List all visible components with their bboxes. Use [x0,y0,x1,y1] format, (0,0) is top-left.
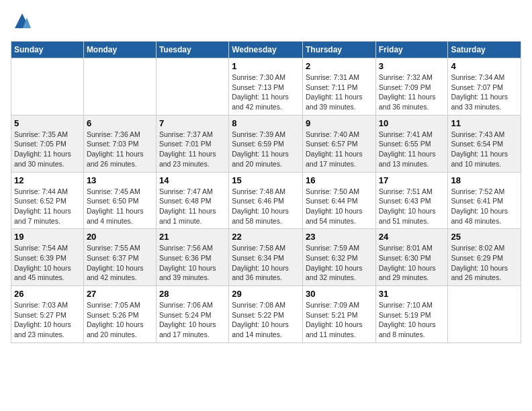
day-number: 31 [379,289,445,299]
day-info: Sunrise: 7:36 AMSunset: 7:03 PMDaylight:… [87,130,153,169]
day-info: Sunrise: 7:43 AMSunset: 6:54 PMDaylight:… [451,130,518,169]
calendar-cell: 13Sunrise: 7:45 AMSunset: 6:50 PMDayligh… [83,172,156,229]
day-info: Sunrise: 7:40 AMSunset: 6:57 PMDaylight:… [306,130,373,169]
calendar-cell [83,58,156,116]
calendar-cell: 27Sunrise: 7:05 AMSunset: 5:26 PMDayligh… [83,286,156,343]
day-number: 8 [232,118,300,128]
calendar-cell: 20Sunrise: 7:55 AMSunset: 6:37 PMDayligh… [83,229,156,286]
day-info: Sunrise: 7:44 AMSunset: 6:52 PMDaylight:… [14,187,81,226]
day-info: Sunrise: 7:32 AMSunset: 7:09 PMDaylight:… [379,73,445,112]
day-number: 3 [379,61,445,71]
calendar-cell: 23Sunrise: 7:59 AMSunset: 6:32 PMDayligh… [302,229,375,286]
day-number: 23 [306,232,373,242]
calendar-cell [156,58,228,116]
weekday-header: Sunday [11,42,84,58]
calendar-header-row: SundayMondayTuesdayWednesdayThursdayFrid… [11,42,521,58]
calendar-cell: 19Sunrise: 7:54 AMSunset: 6:39 PMDayligh… [11,229,84,286]
calendar-cell: 4Sunrise: 7:34 AMSunset: 7:07 PMDaylight… [448,58,521,116]
day-info: Sunrise: 8:01 AMSunset: 6:30 PMDaylight:… [379,243,445,283]
calendar-week-row: 19Sunrise: 7:54 AMSunset: 6:39 PMDayligh… [11,229,521,286]
logo-icon [12,11,32,31]
calendar-cell: 5Sunrise: 7:35 AMSunset: 7:05 PMDaylight… [11,115,84,172]
calendar-cell: 12Sunrise: 7:44 AMSunset: 6:52 PMDayligh… [11,172,84,229]
calendar-cell [11,58,84,116]
day-info: Sunrise: 7:03 AMSunset: 5:27 PMDaylight:… [14,300,81,340]
day-info: Sunrise: 7:10 AMSunset: 5:19 PMDaylight:… [379,300,445,340]
day-number: 6 [87,118,153,128]
day-info: Sunrise: 7:48 AMSunset: 6:46 PMDaylight:… [232,187,300,226]
calendar-cell: 2Sunrise: 7:31 AMSunset: 7:11 PMDaylight… [302,58,375,116]
day-info: Sunrise: 7:35 AMSunset: 7:05 PMDaylight:… [14,130,81,169]
calendar-cell: 31Sunrise: 7:10 AMSunset: 5:19 PMDayligh… [375,286,448,343]
day-info: Sunrise: 7:37 AMSunset: 7:01 PMDaylight:… [159,130,226,169]
calendar-cell: 29Sunrise: 7:08 AMSunset: 5:22 PMDayligh… [229,286,303,343]
day-number: 17 [379,175,445,185]
day-number: 19 [14,232,81,242]
weekday-header: Friday [375,42,448,58]
day-info: Sunrise: 7:05 AMSunset: 5:26 PMDaylight:… [87,300,153,340]
calendar-cell: 25Sunrise: 8:02 AMSunset: 6:29 PMDayligh… [448,229,521,286]
day-number: 1 [232,61,300,71]
page-header [11,11,521,34]
weekday-header: Monday [83,42,156,58]
calendar-cell: 3Sunrise: 7:32 AMSunset: 7:09 PMDaylight… [375,58,448,116]
calendar-cell: 24Sunrise: 8:01 AMSunset: 6:30 PMDayligh… [375,229,448,286]
day-info: Sunrise: 7:06 AMSunset: 5:24 PMDaylight:… [159,300,226,340]
day-info: Sunrise: 7:41 AMSunset: 6:55 PMDaylight:… [379,130,445,169]
calendar-cell: 1Sunrise: 7:30 AMSunset: 7:13 PMDaylight… [229,58,303,116]
calendar-cell: 21Sunrise: 7:56 AMSunset: 6:36 PMDayligh… [156,229,228,286]
day-info: Sunrise: 7:50 AMSunset: 6:44 PMDaylight:… [306,187,373,226]
day-number: 20 [87,232,153,242]
day-info: Sunrise: 7:47 AMSunset: 6:48 PMDaylight:… [159,187,226,226]
calendar-cell: 8Sunrise: 7:39 AMSunset: 6:59 PMDaylight… [229,115,303,172]
day-number: 22 [232,232,300,242]
calendar-cell: 26Sunrise: 7:03 AMSunset: 5:27 PMDayligh… [11,286,84,343]
day-info: Sunrise: 7:39 AMSunset: 6:59 PMDaylight:… [232,130,300,169]
day-info: Sunrise: 7:45 AMSunset: 6:50 PMDaylight:… [87,187,153,226]
day-number: 28 [159,289,226,299]
day-info: Sunrise: 7:55 AMSunset: 6:37 PMDaylight:… [87,243,153,283]
day-number: 26 [14,289,81,299]
calendar-cell: 16Sunrise: 7:50 AMSunset: 6:44 PMDayligh… [302,172,375,229]
day-number: 10 [379,118,445,128]
calendar-cell: 11Sunrise: 7:43 AMSunset: 6:54 PMDayligh… [448,115,521,172]
day-info: Sunrise: 7:34 AMSunset: 7:07 PMDaylight:… [451,73,518,112]
day-number: 21 [159,232,226,242]
day-number: 9 [306,118,373,128]
day-info: Sunrise: 7:08 AMSunset: 5:22 PMDaylight:… [232,300,300,340]
weekday-header: Tuesday [156,42,228,58]
calendar-cell: 28Sunrise: 7:06 AMSunset: 5:24 PMDayligh… [156,286,228,343]
day-number: 12 [14,175,81,185]
calendar-cell: 6Sunrise: 7:36 AMSunset: 7:03 PMDaylight… [83,115,156,172]
day-number: 18 [451,175,518,185]
day-number: 4 [451,61,518,71]
day-info: Sunrise: 7:09 AMSunset: 5:21 PMDaylight:… [306,300,373,340]
logo [11,11,32,34]
day-info: Sunrise: 7:52 AMSunset: 6:41 PMDaylight:… [451,187,518,226]
day-number: 7 [159,118,226,128]
day-number: 24 [379,232,445,242]
day-info: Sunrise: 7:51 AMSunset: 6:43 PMDaylight:… [379,187,445,226]
day-number: 27 [87,289,153,299]
day-number: 11 [451,118,518,128]
day-number: 15 [232,175,300,185]
weekday-header: Wednesday [229,42,303,58]
day-number: 16 [306,175,373,185]
calendar-cell: 14Sunrise: 7:47 AMSunset: 6:48 PMDayligh… [156,172,228,229]
day-info: Sunrise: 7:30 AMSunset: 7:13 PMDaylight:… [232,73,300,112]
day-info: Sunrise: 7:59 AMSunset: 6:32 PMDaylight:… [306,243,373,283]
day-number: 2 [306,61,373,71]
calendar-cell [448,286,521,343]
calendar-week-row: 1Sunrise: 7:30 AMSunset: 7:13 PMDaylight… [11,58,521,116]
day-number: 30 [306,289,373,299]
calendar-cell: 22Sunrise: 7:58 AMSunset: 6:34 PMDayligh… [229,229,303,286]
day-info: Sunrise: 7:56 AMSunset: 6:36 PMDaylight:… [159,243,226,283]
day-info: Sunrise: 7:31 AMSunset: 7:11 PMDaylight:… [306,73,373,112]
calendar-cell: 10Sunrise: 7:41 AMSunset: 6:55 PMDayligh… [375,115,448,172]
calendar-week-row: 12Sunrise: 7:44 AMSunset: 6:52 PMDayligh… [11,172,521,229]
calendar-cell: 30Sunrise: 7:09 AMSunset: 5:21 PMDayligh… [302,286,375,343]
day-info: Sunrise: 8:02 AMSunset: 6:29 PMDaylight:… [451,243,518,283]
calendar-cell: 17Sunrise: 7:51 AMSunset: 6:43 PMDayligh… [375,172,448,229]
logo-text [11,11,32,34]
calendar-cell: 9Sunrise: 7:40 AMSunset: 6:57 PMDaylight… [302,115,375,172]
